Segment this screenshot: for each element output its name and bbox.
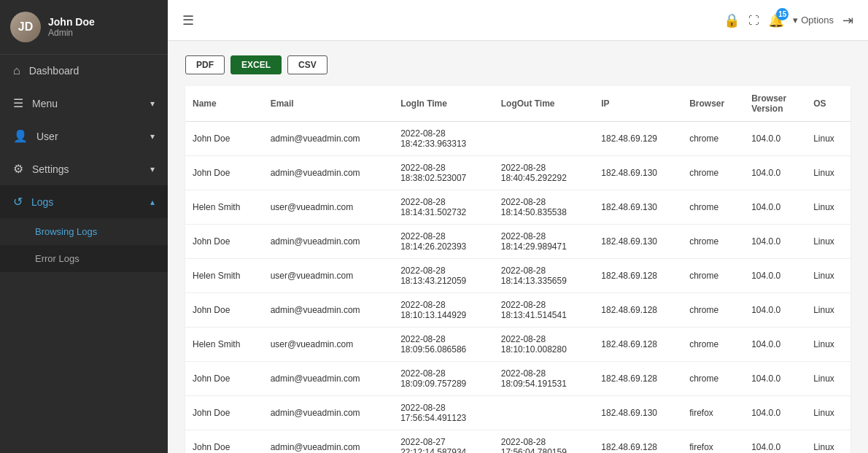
cell-name: John Doe (185, 396, 263, 430)
fullscreen-button[interactable]: ⛶ (748, 14, 759, 26)
csv-export-button[interactable]: CSV (287, 55, 328, 74)
sidebar-item-settings[interactable]: ⚙ Settings ▾ (0, 152, 168, 185)
cell-login_time: 2022-08-28 18:14:31.502732 (393, 190, 494, 225)
col-login-time: LogIn Time (393, 86, 494, 122)
cell-email: admin@vueadmin.com (263, 362, 394, 396)
cell-logout_time: 2022-08-28 18:14:50.835538 (494, 190, 594, 225)
notification-button[interactable]: 🔔 15 (768, 12, 784, 28)
excel-export-button[interactable]: EXCEL (230, 55, 282, 74)
col-email: Email (263, 86, 394, 122)
logout-icon: ⇥ (842, 12, 853, 28)
cell-logout_time: 2022-08-28 18:09:54.191531 (494, 362, 594, 396)
cell-browser_version: 104.0.0 (744, 362, 806, 396)
logout-button[interactable]: ⇥ (842, 12, 853, 28)
cell-browser: chrome (682, 156, 744, 190)
cell-ip: 182.48.69.128 (594, 362, 682, 396)
cell-login_time: 2022-08-28 18:42:33.963313 (393, 122, 494, 156)
sidebar-item-user[interactable]: 👤 User ▾ (0, 120, 168, 152)
cell-os: Linux (806, 156, 850, 190)
cell-browser: chrome (682, 328, 744, 362)
cell-email: user@vueadmin.com (263, 328, 394, 362)
error-logs-label: Error Logs (35, 253, 80, 264)
cell-browser: firefox (682, 396, 744, 430)
cell-browser_version: 104.0.0 (744, 396, 806, 430)
cell-login_time: 2022-08-28 18:38:02.523007 (393, 156, 494, 190)
cell-ip: 182.48.69.128 (594, 430, 682, 454)
sidebar-item-error-logs[interactable]: Error Logs (0, 245, 168, 272)
sidebar-item-logs[interactable]: ↺ Logs ▴ (0, 185, 168, 218)
cell-name: Helen Smith (185, 190, 263, 225)
cell-logout_time: 2022-08-28 18:13:41.514541 (494, 293, 594, 328)
username: John Doe (48, 16, 95, 28)
col-name: Name (185, 86, 263, 122)
main-content: ☰ 🔒 ⛶ 🔔 15 ▾ Options ⇥ PDF EXCEL CSV (168, 0, 868, 453)
content-area: PDF EXCEL CSV Name Email LogIn Time LogO… (168, 41, 868, 453)
cell-name: John Doe (185, 225, 263, 259)
sidebar-item-label: User (36, 131, 58, 142)
sidebar: JD John Doe Admin ⌂ Dashboard ☰ Menu ▾ 👤… (0, 0, 168, 453)
sidebar-item-menu[interactable]: ☰ Menu ▾ (0, 87, 168, 120)
cell-logout_time (494, 396, 594, 430)
chevron-down-icon: ▾ (150, 164, 155, 174)
cell-logout_time: 2022-08-28 17:56:04.780159 (494, 430, 594, 454)
table-wrapper: Name Email LogIn Time LogOut Time IP Bro… (185, 86, 850, 453)
pdf-export-button[interactable]: PDF (185, 55, 225, 74)
cell-browser: chrome (682, 225, 744, 259)
topbar: ☰ 🔒 ⛶ 🔔 15 ▾ Options ⇥ (168, 0, 868, 41)
col-logout-time: LogOut Time (494, 86, 594, 122)
options-label: Options (801, 15, 834, 26)
home-icon: ⌂ (13, 64, 20, 77)
sidebar-item-label: Logs (31, 196, 53, 208)
cell-email: user@vueadmin.com (263, 259, 394, 293)
table-row: John Doeadmin@vueadmin.com2022-08-28 18:… (185, 225, 850, 259)
chevron-up-icon: ▴ (150, 197, 155, 207)
table-body: John Doeadmin@vueadmin.com2022-08-28 18:… (185, 122, 850, 454)
cell-os: Linux (806, 225, 850, 259)
cell-os: Linux (806, 396, 850, 430)
avatar-image: JD (10, 12, 41, 42)
table-header: Name Email LogIn Time LogOut Time IP Bro… (185, 86, 850, 122)
cell-os: Linux (806, 190, 850, 225)
cell-browser_version: 104.0.0 (744, 259, 806, 293)
cell-ip: 182.48.69.128 (594, 328, 682, 362)
export-buttons: PDF EXCEL CSV (185, 55, 850, 74)
cell-name: John Doe (185, 122, 263, 156)
cell-name: Helen Smith (185, 259, 263, 293)
table-row: John Doeadmin@vueadmin.com2022-08-28 18:… (185, 156, 850, 190)
cell-email: admin@vueadmin.com (263, 225, 394, 259)
cell-login_time: 2022-08-28 18:13:43.212059 (393, 259, 494, 293)
cell-browser: chrome (682, 293, 744, 328)
cell-name: John Doe (185, 156, 263, 190)
cell-browser_version: 104.0.0 (744, 225, 806, 259)
fullscreen-icon: ⛶ (748, 14, 759, 26)
table-row: John Doeadmin@vueadmin.com2022-08-27 22:… (185, 430, 850, 454)
cell-ip: 182.48.69.128 (594, 259, 682, 293)
table-row: Helen Smithuser@vueadmin.com2022-08-28 1… (185, 328, 850, 362)
cell-ip: 182.48.69.129 (594, 122, 682, 156)
cell-os: Linux (806, 122, 850, 156)
lock-button[interactable]: 🔒 (724, 12, 740, 28)
hamburger-button[interactable]: ☰ (182, 12, 194, 28)
cell-browser: chrome (682, 190, 744, 225)
cell-name: John Doe (185, 430, 263, 454)
chevron-down-icon: ▾ (150, 98, 155, 109)
col-browser-version: BrowserVersion (744, 86, 806, 122)
cell-os: Linux (806, 293, 850, 328)
cell-browser_version: 104.0.0 (744, 156, 806, 190)
sidebar-item-label: Dashboard (29, 65, 80, 77)
sidebar-item-browsing-logs[interactable]: Browsing Logs (0, 218, 168, 245)
cell-email: admin@vueadmin.com (263, 293, 394, 328)
notification-badge: 15 (776, 8, 788, 20)
cell-logout_time (494, 122, 594, 156)
cell-browser: chrome (682, 362, 744, 396)
table-row: John Doeadmin@vueadmin.com2022-08-28 18:… (185, 293, 850, 328)
cell-os: Linux (806, 362, 850, 396)
sidebar-item-dashboard[interactable]: ⌂ Dashboard (0, 55, 168, 87)
cell-name: John Doe (185, 293, 263, 328)
hamburger-icon: ☰ (182, 12, 194, 28)
cell-browser_version: 104.0.0 (744, 122, 806, 156)
user-role: Admin (48, 28, 95, 38)
cell-browser: firefox (682, 430, 744, 454)
avatar: JD (10, 12, 41, 42)
options-button[interactable]: ▾ Options (793, 15, 834, 26)
